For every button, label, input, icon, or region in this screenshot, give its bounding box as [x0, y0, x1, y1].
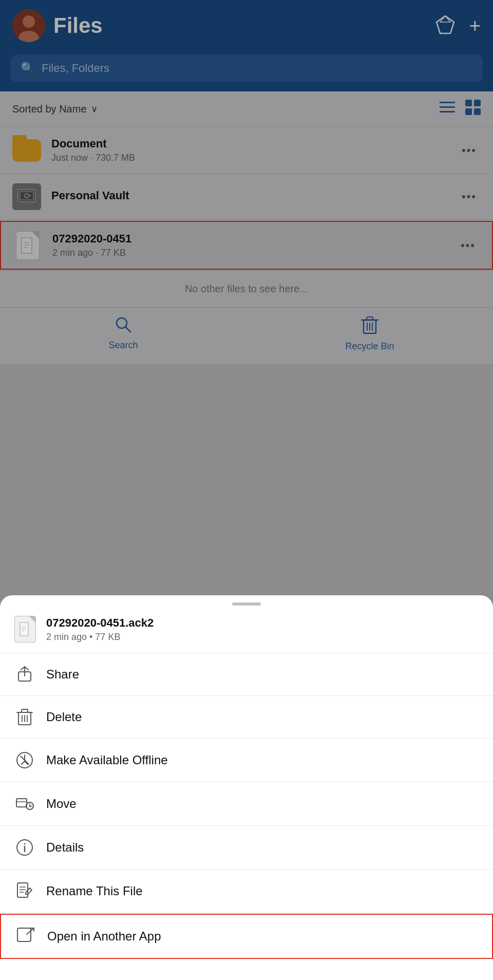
svg-rect-16 — [25, 202, 26, 204]
svg-rect-30 — [20, 623, 28, 636]
recycle-tab-icon — [361, 316, 378, 338]
grid-view-icon[interactable] — [465, 100, 481, 118]
svg-point-1 — [23, 15, 35, 28]
no-files-message: No other files to see here... — [0, 271, 493, 307]
svg-rect-45 — [16, 799, 27, 807]
folder-icon — [12, 138, 41, 163]
svg-rect-38 — [22, 709, 28, 712]
rename-label: Rename This File — [46, 884, 143, 898]
svg-rect-26 — [367, 317, 373, 320]
sheet-file-meta: 2 min ago • 77 KB — [46, 632, 154, 643]
sheet-file-name: 07292020-0451.ack2 — [46, 616, 154, 630]
avatar[interactable] — [12, 9, 45, 42]
vault-icon — [12, 184, 41, 209]
svg-point-22 — [117, 318, 127, 328]
svg-rect-18 — [22, 238, 32, 253]
svg-rect-5 — [440, 102, 455, 103]
svg-marker-3 — [437, 16, 454, 33]
svg-point-49 — [24, 843, 26, 845]
recycle-tab-label: Recycle Bin — [345, 341, 394, 352]
share-label: Share — [46, 667, 79, 682]
file-meta-document: Just now · 730.7 MB — [51, 153, 447, 163]
add-icon[interactable]: + — [469, 16, 481, 35]
menu-item-share[interactable]: Share — [0, 653, 493, 696]
file-name-document: Document — [51, 137, 447, 150]
sort-label-text: Sorted by Name — [12, 103, 87, 115]
sheet-file-details: 07292020-0451.ack2 2 min ago • 77 KB — [46, 616, 154, 643]
app-header: Files + — [0, 0, 493, 49]
svg-rect-7 — [440, 111, 455, 112]
open-in-app-icon — [15, 927, 36, 946]
sheet-file-info: 07292020-0451.ack2 2 min ago • 77 KB — [0, 606, 493, 653]
more-button-document[interactable]: ••• — [458, 140, 481, 161]
file-info-07292020: 07292020-0451 2 min ago · 77 KB — [52, 232, 446, 258]
header-left: Files — [12, 9, 103, 42]
search-bar-container: 🔍 Files, Folders — [0, 49, 493, 91]
share-icon — [14, 666, 35, 683]
search-tab-icon — [115, 316, 132, 337]
file-name-07292020: 07292020-0451 — [52, 232, 446, 246]
search-tab-label: Search — [108, 340, 138, 351]
diamond-icon[interactable] — [435, 15, 455, 37]
file-info-document: Document Just now · 730.7 MB — [51, 137, 447, 163]
tab-recycle[interactable]: Recycle Bin — [246, 316, 493, 352]
file-item-personal-vault[interactable]: Personal Vault ••• — [0, 174, 493, 220]
view-toggle — [440, 100, 481, 118]
file-list: Document Just now · 730.7 MB ••• Persona… — [0, 127, 493, 270]
svg-rect-6 — [440, 106, 455, 108]
search-placeholder: Files, Folders — [42, 62, 109, 75]
menu-item-move[interactable]: Move — [0, 782, 493, 826]
rename-icon — [14, 882, 35, 900]
svg-rect-11 — [474, 108, 481, 115]
offline-label: Make Available Offline — [46, 753, 168, 767]
svg-rect-10 — [465, 108, 472, 115]
open-in-app-label: Open in Another App — [47, 929, 161, 944]
offline-icon — [14, 751, 35, 769]
tab-bar: Search Recycle Bin — [0, 307, 493, 364]
svg-rect-13 — [20, 192, 33, 200]
file-item-document[interactable]: Document Just now · 730.7 MB ••• — [0, 127, 493, 174]
details-icon — [14, 838, 35, 857]
file-info-personal-vault: Personal Vault — [51, 189, 447, 204]
sort-label[interactable]: Sorted by Name ∨ — [12, 103, 98, 115]
file-name-personal-vault: Personal Vault — [51, 189, 447, 202]
bottom-sheet: 07292020-0451.ack2 2 min ago • 77 KB Sha… — [0, 595, 493, 980]
menu-item-offline[interactable]: Make Available Offline — [0, 739, 493, 782]
menu-item-rename[interactable]: Rename This File — [0, 870, 493, 913]
move-label: Move — [46, 797, 77, 811]
tab-search[interactable]: Search — [0, 316, 246, 352]
list-view-icon[interactable] — [440, 101, 455, 117]
details-label: Details — [46, 840, 84, 855]
sort-chevron: ∨ — [91, 103, 98, 115]
file-meta-07292020: 2 min ago · 77 KB — [52, 248, 446, 258]
sheet-doc-icon — [14, 616, 36, 643]
move-icon — [14, 795, 35, 813]
svg-rect-50 — [17, 883, 28, 897]
menu-item-details[interactable]: Details — [0, 826, 493, 870]
delete-icon — [14, 708, 35, 726]
delete-label: Delete — [46, 710, 82, 724]
svg-rect-9 — [474, 100, 481, 106]
svg-rect-54 — [17, 928, 31, 941]
menu-item-open-in-app[interactable]: Open in Another App — [0, 914, 493, 959]
more-button-personal-vault[interactable]: ••• — [458, 186, 481, 208]
search-input-wrap[interactable]: 🔍 Files, Folders — [10, 54, 483, 82]
svg-rect-8 — [465, 100, 472, 106]
more-button-07292020[interactable]: ••• — [457, 235, 480, 256]
svg-rect-17 — [27, 202, 29, 204]
app-title: Files — [53, 13, 103, 38]
search-icon: 🔍 — [21, 62, 34, 75]
doc-icon-07292020 — [13, 233, 42, 258]
svg-line-23 — [126, 327, 130, 332]
file-item-07292020[interactable]: 07292020-0451 2 min ago · 77 KB ••• — [0, 221, 493, 270]
menu-item-delete[interactable]: Delete — [0, 696, 493, 739]
header-actions: + — [435, 15, 481, 37]
sort-bar: Sorted by Name ∨ — [0, 91, 493, 127]
